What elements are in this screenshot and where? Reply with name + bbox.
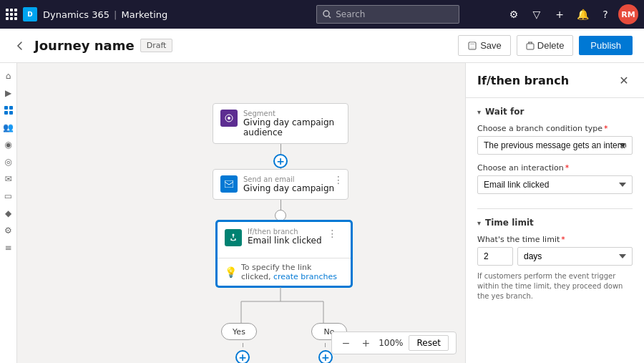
sidebar-item-email[interactable]: ✉ [1, 172, 16, 186]
segment-node-type: Segment [243, 110, 341, 117]
no-add-button[interactable]: + [318, 350, 333, 363]
save-button[interactable]: Save [458, 35, 511, 56]
send-email-menu[interactable]: ⋮ [333, 174, 343, 185]
save-icon [467, 41, 477, 51]
sidebar-item-sms[interactable]: ▭ [1, 189, 16, 203]
circle-node-2 [275, 210, 286, 221]
panel-title: If/then branch [477, 74, 569, 87]
page-title: Journey name [34, 38, 135, 53]
wait-for-label: Wait for [485, 107, 524, 117]
time-limit-input[interactable] [477, 247, 513, 266]
sidebar-item-contacts[interactable]: 👥 [1, 120, 16, 135]
back-button[interactable] [11, 37, 29, 54]
yes-path: + 🚩 Exit [228, 343, 257, 363]
app-grid-icon[interactable] [6, 9, 17, 20]
status-badge: Draft [140, 39, 173, 52]
sidebar-item-segments[interactable]: ◉ [1, 137, 16, 152]
yes-add-button[interactable]: + [235, 350, 250, 363]
panel-body: ▾ Wait for Choose a branch condition typ… [466, 98, 644, 363]
add-button-1[interactable]: + [273, 154, 288, 168]
right-panel: If/then branch ✕ ▾ Wait for Choose a bra… [465, 63, 644, 363]
sidebar-item-globe[interactable]: ◎ [1, 155, 16, 169]
section-divider [477, 208, 633, 209]
sidebar-item-journey[interactable] [1, 103, 16, 117]
branch-lines [213, 287, 356, 323]
time-limit-hint: If customers perform the event trigger w… [477, 271, 633, 301]
sidebar-item-play[interactable]: ▶ [1, 86, 16, 100]
brand-label: Dynamics 365 | Marketing [43, 9, 167, 20]
time-limit-label: Time limit [485, 218, 534, 228]
chevron-down-icon: ▾ [477, 108, 481, 116]
create-branches-link[interactable]: create branches [273, 272, 337, 281]
ifthen-label: Email link clicked [248, 236, 322, 246]
main-layout: ⌂ ▶ 👥 ◉ ◎ ✉ ▭ ◆ ⚙ ≡ Segment Giving da [0, 63, 644, 363]
ifthen-menu[interactable]: ⋮ [328, 228, 338, 239]
time-limit-section-header[interactable]: ▾ Time limit [477, 218, 633, 228]
close-button[interactable]: ✕ [615, 72, 633, 89]
nav-help-icon[interactable]: ? [595, 4, 615, 24]
svg-point-14 [228, 117, 230, 120]
send-email-node[interactable]: Send an email Giving day campaign ⋮ [213, 169, 348, 200]
svg-rect-4 [470, 47, 474, 49]
yes-connector-1 [243, 343, 243, 347]
send-email-type: Send an email [243, 175, 341, 183]
branch-icon [225, 229, 242, 246]
segment-icon [220, 110, 238, 127]
journey-canvas: Segment Giving day campaign audience + [17, 63, 465, 363]
time-unit-select[interactable]: days hours minutes [517, 247, 633, 266]
ifthen-content: If/then branch Email link clicked [248, 228, 322, 246]
sidebar-item-settings[interactable]: ⚙ [1, 223, 16, 238]
search-bar[interactable]: Search [316, 5, 459, 24]
branch-condition-select[interactable]: The previous message gets an interaction… [477, 136, 633, 155]
nav-settings-icon[interactable]: ⚙ [504, 4, 524, 24]
segment-node[interactable]: Segment Giving day campaign audience [213, 103, 348, 144]
publish-button[interactable]: Publish [579, 36, 633, 55]
sidebar-item-home[interactable]: ⌂ [1, 69, 16, 83]
send-email-label: Giving day campaign [243, 183, 341, 193]
branch-note-text: To specify the link clicked, create bran… [241, 263, 343, 281]
svg-rect-12 [9, 111, 13, 115]
send-email-content: Send an email Giving day campaign [243, 175, 341, 193]
chevron-down-icon-2: ▾ [477, 219, 481, 227]
interaction-select[interactable]: Email link clicked Email opened Email bo… [477, 175, 633, 194]
zoom-out-button[interactable]: − [339, 336, 353, 350]
user-avatar[interactable]: RM [618, 4, 638, 24]
sidebar-item-events[interactable]: ◆ [1, 206, 16, 221]
ifthen-node[interactable]: If/then branch Email link clicked ⋮ 💡 To… [216, 221, 352, 287]
interaction-label: Choose an interaction * [477, 163, 633, 173]
canvas-bottom-bar: − + 100% Reset [331, 331, 457, 354]
nav-filter-icon[interactable]: ▽ [527, 4, 547, 24]
svg-point-0 [323, 11, 329, 16]
no-connector-1 [325, 343, 326, 347]
delete-button[interactable]: Delete [517, 35, 574, 56]
zoom-level: 100% [379, 338, 403, 348]
top-navigation: D Dynamics 365 | Marketing Search ⚙ ▽ + … [0, 0, 644, 29]
wait-for-section-header[interactable]: ▾ Wait for [477, 107, 633, 117]
nav-icons: ⚙ ▽ + 🔔 ? RM [504, 4, 638, 24]
ifthen-header: If/then branch Email link clicked ⋮ [218, 222, 345, 252]
required-star-3: * [561, 235, 565, 244]
ifthen-type: If/then branch [248, 228, 322, 236]
branch-note: 💡 To specify the link clicked, create br… [218, 258, 351, 286]
sidebar-item-reports[interactable]: ≡ [1, 241, 16, 255]
send-email-node-wrapper: Send an email Giving day campaign ⋮ [213, 169, 348, 227]
branch-condition-label: Choose a branch condition type * [477, 124, 633, 133]
branch-adds: + 🚩 Exit + [228, 343, 340, 363]
segment-node-label: Giving day campaign audience [243, 117, 341, 137]
svg-point-16 [233, 234, 235, 236]
nav-notification-icon[interactable]: 🔔 [572, 4, 592, 24]
nav-add-icon[interactable]: + [550, 4, 570, 24]
zoom-in-button[interactable]: + [358, 336, 373, 350]
segment-node-content: Segment Giving day campaign audience [243, 110, 341, 137]
svg-line-1 [329, 16, 331, 19]
svg-rect-11 [4, 111, 8, 115]
delete-icon [526, 42, 535, 50]
time-limit-row: days hours minutes [477, 247, 633, 266]
search-icon [323, 10, 331, 19]
svg-rect-9 [4, 106, 8, 110]
yes-branch[interactable]: Yes [221, 323, 257, 340]
connector-4 [280, 200, 281, 210]
yes-no-branch: Yes No [221, 323, 347, 340]
reset-button[interactable]: Reset [409, 335, 449, 351]
time-limit-what-label: What's the time limit * [477, 235, 633, 244]
